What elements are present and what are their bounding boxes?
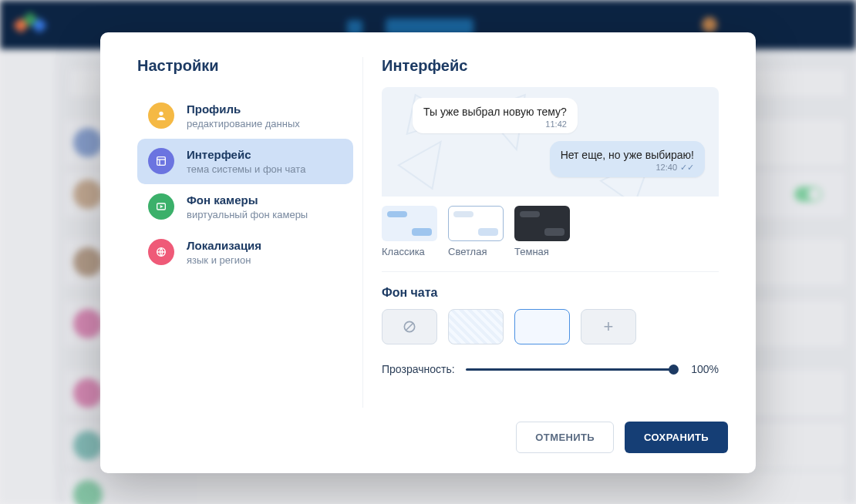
chat-bubble-out: Нет еще, но уже выбираю! 12:40✓✓ (550, 141, 705, 177)
plus-icon: + (604, 317, 614, 337)
theme-option-dark[interactable]: Темная (514, 206, 570, 257)
globe-icon (148, 239, 174, 265)
chat-bg-option-pattern[interactable] (448, 309, 504, 344)
cancel-button[interactable]: ОТМЕНИТЬ (516, 422, 614, 453)
settings-title: Настройки (137, 57, 353, 75)
chat-bubble-in: Ты уже выбрал новую тему? 11:42 (413, 98, 578, 133)
svg-marker-5 (160, 205, 163, 208)
chat-background-heading: Фон чата (382, 286, 719, 300)
panel-title: Интерфейс (382, 57, 719, 75)
sidebar-item-profile[interactable]: Профиль редактирование данных (137, 93, 353, 139)
play-icon (148, 193, 174, 220)
sidebar-item-label: Профиль (187, 102, 300, 116)
opacity-label: Прозрачность: (382, 363, 455, 375)
no-background-icon (402, 319, 417, 334)
chat-bg-option-add[interactable]: + (581, 309, 636, 344)
chat-preview: Ты уже выбрал новую тему? 11:42 Нет еще,… (382, 87, 719, 197)
svg-line-12 (406, 323, 413, 331)
settings-content: Интерфейс Ты уже выбрал новую тему? 11:4… (362, 57, 756, 408)
user-icon (148, 102, 174, 129)
settings-modal: Настройки Профиль редактирование данных … (100, 32, 756, 473)
layout-icon (148, 148, 174, 174)
theme-option-classic[interactable]: Классика (382, 206, 437, 257)
svg-point-0 (159, 112, 163, 116)
svg-rect-1 (157, 157, 166, 166)
chat-bubble-text: Нет еще, но уже выбираю! (561, 149, 694, 161)
sidebar-item-sub: виртуальный фон камеры (187, 209, 308, 220)
read-checks-icon: ✓✓ (680, 163, 694, 172)
chat-bubble-time: 11:42 (423, 119, 567, 129)
theme-label: Светлая (448, 246, 504, 257)
sidebar-item-label: Фон камеры (187, 193, 308, 207)
sidebar-item-locale[interactable]: Локализация язык и регион (137, 230, 353, 275)
sidebar-item-label: Интерфейс (187, 148, 305, 162)
chat-bubble-text: Ты уже выбрал новую тему? (423, 106, 567, 118)
save-button[interactable]: СОХРАНИТЬ (625, 422, 728, 453)
modal-footer: ОТМЕНИТЬ СОХРАНИТЬ (100, 408, 756, 473)
sidebar-item-sub: язык и регион (187, 254, 261, 266)
sidebar-item-sub: редактирование данных (187, 118, 300, 129)
opacity-slider[interactable] (466, 361, 674, 377)
theme-label: Темная (514, 246, 570, 257)
chat-bg-option-none[interactable] (382, 309, 437, 344)
theme-picker: Классика Светлая Темная (382, 206, 719, 272)
chat-bg-option-solid[interactable] (514, 309, 570, 344)
sidebar-item-interface[interactable]: Интерфейс тема системы и фон чата (137, 139, 353, 184)
chat-background-picker: + (382, 309, 719, 344)
theme-label: Классика (382, 246, 437, 257)
svg-marker-7 (399, 142, 441, 189)
sidebar-item-label: Локализация (187, 239, 261, 253)
sidebar-item-camera[interactable]: Фон камеры виртуальный фон камеры (137, 184, 353, 230)
chat-bubble-time: 12:40 (655, 163, 677, 172)
theme-option-light[interactable]: Светлая (448, 206, 504, 257)
settings-sidebar: Настройки Профиль редактирование данных … (100, 57, 362, 408)
opacity-value: 100% (685, 363, 719, 375)
sidebar-item-sub: тема системы и фон чата (187, 163, 305, 175)
